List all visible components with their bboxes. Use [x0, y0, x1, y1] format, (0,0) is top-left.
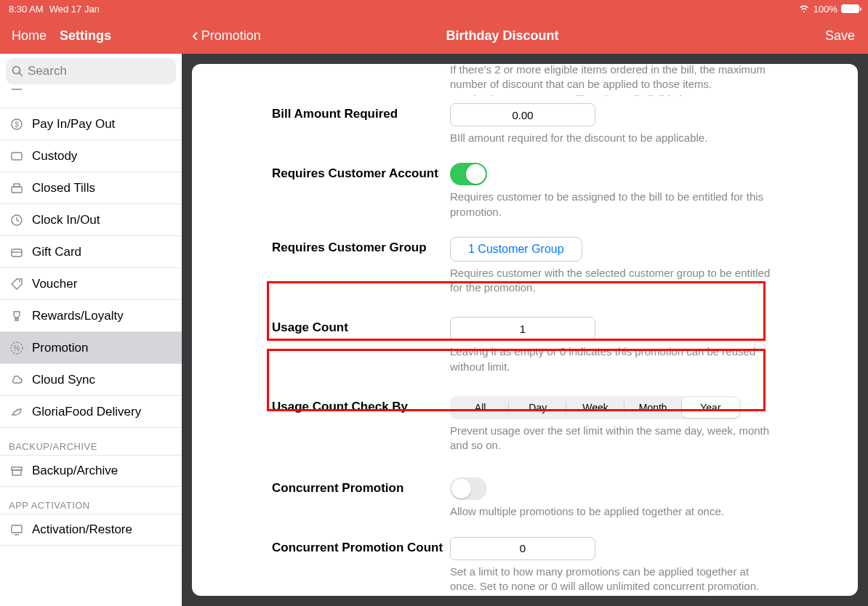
svg-line-1: [20, 73, 23, 76]
wifi-icon: [798, 4, 810, 15]
search-icon: [12, 65, 23, 77]
help-usage-check: Prevent usage over the set limit within …: [450, 424, 778, 453]
status-bar: 8:30 AM Wed 17 Jan 100%: [0, 0, 868, 17]
receipt-icon: [9, 89, 25, 92]
help-requires-group: Requires customer with the selected cust…: [450, 266, 778, 296]
input-concurrent-count[interactable]: [450, 537, 595, 560]
seg-month[interactable]: Month: [624, 397, 682, 418]
section-header-activation: APP ACTIVATION: [0, 487, 182, 514]
help-concurrent: Allow multiple promotions to be applied …: [450, 504, 778, 519]
segmented-usage-check[interactable]: All Day Week Month Year: [450, 396, 741, 419]
label-application: application: [272, 64, 450, 96]
sidebar-item-voucher[interactable]: Voucher: [0, 268, 182, 300]
nav-settings[interactable]: Settings: [60, 28, 111, 44]
sidebar-item-label: GloriaFood Delivery: [32, 405, 141, 419]
save-button[interactable]: Save: [825, 28, 868, 44]
chevron-left-icon: ‹: [192, 24, 198, 47]
sidebar-item-rewards[interactable]: Rewards/Loyalty: [0, 300, 182, 332]
label-usage-count: Usage Count: [272, 317, 450, 374]
help-requires-customer: Requires customer to be assigned to the …: [450, 190, 778, 219]
help-bill-amount: BIll amount required for the discount to…: [450, 131, 778, 145]
sidebar-item-gift-card[interactable]: Gift Card: [0, 236, 182, 268]
sidebar-item-payinout[interactable]: $ Pay In/Pay Out: [0, 108, 182, 140]
status-time: 8:30 AM: [9, 4, 44, 15]
sidebar-item-label: Activation/Restore: [32, 522, 132, 537]
svg-rect-6: [12, 187, 22, 193]
section-header-backup: BACKUP/ARCHIVE: [0, 428, 182, 455]
svg-rect-15: [12, 470, 21, 475]
help-concurrent-count: Set a limit to how many promotions can b…: [450, 565, 778, 594]
sidebar-item-previous-receipts[interactable]: Previous Receipts: [0, 89, 182, 108]
clock-icon: [9, 212, 25, 228]
help-application: If there's 2 or more eligible items orde…: [450, 64, 778, 96]
sidebar-item-promotion[interactable]: % Promotion: [0, 332, 182, 364]
sidebar-item-clock[interactable]: Clock In/Out: [0, 204, 182, 236]
seg-week[interactable]: Week: [566, 397, 624, 418]
search-input[interactable]: [28, 64, 170, 78]
sidebar: Previous Receipts $ Pay In/Pay Out Custo…: [0, 54, 182, 606]
cloud-icon: [9, 372, 25, 388]
svg-text:$: $: [15, 121, 19, 129]
svg-text:%: %: [14, 344, 20, 352]
top-nav: Home Settings ‹ Promotion Birthday Disco…: [0, 17, 868, 54]
sidebar-item-custody[interactable]: Custody: [0, 140, 182, 172]
sidebar-item-label: Gift Card: [32, 245, 81, 259]
till-icon: [9, 180, 25, 196]
form-card: application If there's 2 or more eligibl…: [192, 64, 858, 596]
sidebar-item-label: Cloud Sync: [32, 373, 95, 387]
svg-point-11: [19, 280, 20, 281]
battery-icon: [841, 4, 859, 13]
svg-rect-9: [12, 249, 22, 256]
sidebar-item-backup-archive[interactable]: Backup/Archive: [0, 455, 182, 487]
help-usage-count: Leaving it as empty or 0 indicates this …: [450, 344, 778, 374]
seg-all[interactable]: All: [451, 397, 509, 418]
status-date: Wed 17 Jan: [49, 4, 100, 15]
trophy-icon: [9, 308, 25, 324]
back-label: Promotion: [201, 28, 261, 44]
input-usage-count[interactable]: [450, 317, 595, 340]
seg-day[interactable]: Day: [509, 397, 566, 418]
sidebar-item-label: Voucher: [32, 277, 77, 291]
sidebar-item-activation-restore[interactable]: Activation/Restore: [0, 514, 182, 546]
label-requires-group: Requires Customer Group: [272, 237, 450, 296]
monitor-icon: [9, 522, 25, 538]
tag-icon: [9, 276, 25, 292]
sidebar-item-label: Promotion: [32, 341, 88, 355]
toggle-requires-customer[interactable]: [450, 163, 487, 185]
sidebar-item-label: Pay In/Pay Out: [32, 117, 115, 132]
back-button[interactable]: ‹ Promotion: [182, 25, 261, 47]
label-concurrent-count: Concurrent Promotion Count: [272, 537, 450, 594]
label-bill-amount: Bill Amount Required: [272, 103, 450, 145]
toggle-concurrent[interactable]: [450, 477, 487, 500]
sidebar-item-closed-tills[interactable]: Closed Tills: [0, 172, 182, 204]
archive-icon: [9, 463, 25, 479]
svg-rect-7: [14, 184, 20, 187]
label-usage-check: Usage Count Check By: [272, 396, 450, 453]
input-bill-amount[interactable]: [450, 103, 595, 126]
svg-rect-2: [12, 89, 22, 89]
battery-percent: 100%: [813, 4, 837, 15]
sidebar-item-label: Rewards/Loyalty: [32, 309, 124, 323]
custody-icon: [9, 148, 25, 164]
page-title: Birthday Discount: [446, 28, 558, 44]
money-icon: $: [9, 116, 25, 132]
svg-rect-5: [12, 153, 22, 160]
sidebar-item-gloriafood[interactable]: GloriaFood Delivery: [0, 396, 182, 428]
sidebar-item-label: Clock In/Out: [32, 213, 100, 227]
leaf-icon: [9, 404, 25, 420]
percent-icon: %: [9, 340, 25, 356]
svg-rect-16: [12, 525, 22, 533]
sidebar-item-label: Previous Receipts: [32, 89, 132, 90]
seg-year[interactable]: Year: [682, 397, 739, 418]
nav-home[interactable]: Home: [12, 28, 47, 44]
sidebar-item-label: Closed Tills: [32, 181, 95, 195]
button-customer-group[interactable]: 1 Customer Group: [450, 237, 582, 262]
sidebar-item-cloud-sync[interactable]: Cloud Sync: [0, 364, 182, 396]
sidebar-item-label: Backup/Archive: [32, 464, 118, 478]
label-requires-customer: Requires Customer Account: [272, 163, 450, 219]
label-concurrent: Concurrent Promotion: [272, 477, 450, 519]
sidebar-item-label: Custody: [32, 149, 77, 163]
gift-icon: [9, 244, 25, 260]
search-box[interactable]: [6, 58, 176, 84]
